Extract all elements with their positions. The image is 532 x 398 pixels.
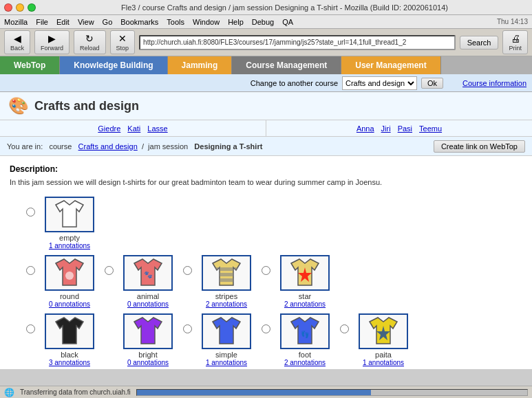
maximize-button[interactable]: [28, 3, 36, 12]
user-kati[interactable]: Kati: [127, 124, 140, 133]
tshirt-annot-black[interactable]: 3 annotations: [49, 359, 90, 366]
menu-qa[interactable]: QA: [282, 18, 293, 26]
tab-jamming-label: Jamming: [182, 60, 218, 70]
tshirt-annot-stripes[interactable]: 2 annotations: [206, 300, 247, 308]
tshirt-item-bright: bright 0 annotations: [117, 313, 179, 366]
tshirt-item-star: star 2 annotations: [274, 255, 336, 308]
tab-knowledge-label: Knowledge Building: [74, 60, 153, 70]
radio-simple[interactable]: [180, 312, 194, 333]
close-button[interactable]: [4, 3, 12, 12]
radio-input-simple[interactable]: [183, 324, 192, 333]
tshirt-box-stripes[interactable]: [202, 255, 251, 291]
tshirt-box-bright[interactable]: [123, 313, 173, 349]
tab-webtop[interactable]: WebTop: [0, 56, 60, 74]
tshirt-box-animal[interactable]: 🐾: [123, 255, 173, 291]
svg-marker-13: [134, 318, 162, 344]
radio-paita[interactable]: [337, 312, 351, 333]
url-bar[interactable]: http://church.uiah.fi:8080/FLE3/courses/…: [139, 35, 456, 50]
radio-black[interactable]: [23, 312, 37, 333]
tshirt-box-simple[interactable]: [202, 313, 251, 349]
forward-button[interactable]: ▶ Forward: [34, 30, 70, 54]
radio-empty[interactable]: [23, 195, 37, 217]
tab-webtop-label: WebTop: [14, 60, 45, 70]
radio-stripes[interactable]: [180, 254, 194, 275]
tab-jamming[interactable]: Jamming: [168, 56, 233, 74]
svg-rect-8: [206, 273, 247, 276]
tshirt-box-empty[interactable]: [45, 197, 94, 232]
radio-input-stripes[interactable]: [183, 266, 192, 275]
menu-go[interactable]: Go: [103, 18, 113, 26]
menu-tools[interactable]: Tools: [167, 18, 184, 26]
svg-rect-7: [206, 267, 247, 271]
menu-view[interactable]: View: [78, 18, 94, 26]
tshirt-annot-empty[interactable]: 1 annotations: [49, 242, 90, 250]
tshirt-box-round[interactable]: [45, 255, 94, 291]
radio-foot[interactable]: [259, 312, 273, 333]
user-lasse[interactable]: Lasse: [147, 124, 167, 133]
tshirt-box-foot[interactable]: 👣: [280, 313, 330, 349]
nav-tabs: WebTop Knowledge Building Jamming Course…: [0, 56, 532, 74]
create-link-button[interactable]: Create link on WebTop: [434, 140, 525, 153]
tshirt-annot-round[interactable]: 0 annotations: [49, 300, 90, 308]
user-jiri[interactable]: Jiri: [381, 124, 391, 133]
menu-edit[interactable]: Edit: [56, 18, 70, 26]
window-title: Fle3 / course Crafts and design / jam se…: [41, 3, 528, 12]
user-giedre[interactable]: Giedre: [98, 124, 120, 133]
print-button[interactable]: 🖨 Print: [502, 30, 528, 54]
statusbar: 🌐 Transferring data from church.uiah.fi: [0, 386, 532, 398]
tshirt-image-black: [49, 316, 90, 346]
tshirt-image-empty: [49, 199, 90, 230]
radio-input-star[interactable]: [262, 266, 270, 275]
menu-debug[interactable]: Debug: [252, 18, 274, 26]
back-button[interactable]: ◀ Back: [4, 30, 30, 54]
tab-knowledge[interactable]: Knowledge Building: [60, 56, 167, 74]
tab-user[interactable]: User Management: [341, 56, 440, 74]
menu-bookmarks[interactable]: Bookmarks: [120, 18, 158, 26]
menu-help[interactable]: Help: [228, 18, 244, 26]
course-info-link[interactable]: Course information: [462, 79, 526, 87]
tshirt-annot-paita[interactable]: 1 annotations: [363, 359, 404, 366]
radio-animal[interactable]: [102, 254, 116, 275]
user-bar: Giedre Kati Lasse Anna Jiri Pasi Teemu: [0, 120, 532, 137]
breadcrumb-session-label: jam session: [148, 142, 188, 151]
stop-icon: ✕: [118, 33, 127, 44]
menu-window[interactable]: Window: [193, 18, 220, 26]
menu-mozilla[interactable]: Mozilla: [4, 18, 28, 26]
radio-input-round[interactable]: [26, 266, 35, 275]
tab-course[interactable]: Course Management: [232, 56, 341, 74]
tshirt-item-round: round 0 annotations: [39, 255, 100, 308]
reload-button[interactable]: ↻ Reload: [74, 30, 106, 54]
user-anna[interactable]: Anna: [357, 124, 374, 133]
tshirt-image-bright: [127, 316, 169, 346]
radio-input-paita[interactable]: [340, 324, 349, 333]
tshirt-annot-simple[interactable]: 1 annotations: [206, 359, 247, 366]
description-text: In this jam session we will design t-shi…: [10, 177, 522, 188]
course-select-dropdown[interactable]: Crafts and design: [342, 76, 417, 90]
window-controls[interactable]: [4, 3, 36, 12]
breadcrumb-course-link[interactable]: Crafts and design: [78, 142, 138, 151]
tshirt-annot-star[interactable]: 2 annotations: [284, 300, 326, 308]
tshirt-label-animal: animal: [137, 292, 159, 300]
minimize-button[interactable]: [16, 3, 24, 12]
course-ok-button[interactable]: Ok: [421, 78, 443, 89]
radio-input-empty[interactable]: [26, 208, 35, 217]
radio-round[interactable]: [23, 254, 37, 275]
radio-star[interactable]: [259, 254, 273, 275]
tshirt-item-foot: 👣 foot 2 annotations: [274, 313, 336, 366]
radio-input-animal[interactable]: [105, 266, 114, 275]
user-pasi[interactable]: Pasi: [398, 124, 412, 133]
user-teemu[interactable]: Teemu: [419, 124, 442, 133]
tshirt-annot-animal[interactable]: 0 annotations: [127, 300, 169, 308]
tshirt-annot-foot[interactable]: 2 annotations: [284, 359, 326, 366]
menu-file[interactable]: File: [36, 18, 48, 26]
radio-input-foot[interactable]: [262, 324, 270, 333]
tshirt-box-paita[interactable]: [359, 313, 408, 349]
breadcrumb-prefix: You are in:: [7, 142, 43, 151]
tshirt-box-black[interactable]: [45, 313, 94, 349]
stop-button[interactable]: ✕ Stop: [110, 30, 136, 54]
tshirt-box-star[interactable]: [280, 255, 330, 291]
radio-input-black[interactable]: [26, 324, 35, 333]
page-title: Crafts and design: [34, 99, 139, 113]
tshirt-annot-bright[interactable]: 0 annotations: [127, 359, 169, 366]
search-button[interactable]: Search: [460, 36, 499, 49]
